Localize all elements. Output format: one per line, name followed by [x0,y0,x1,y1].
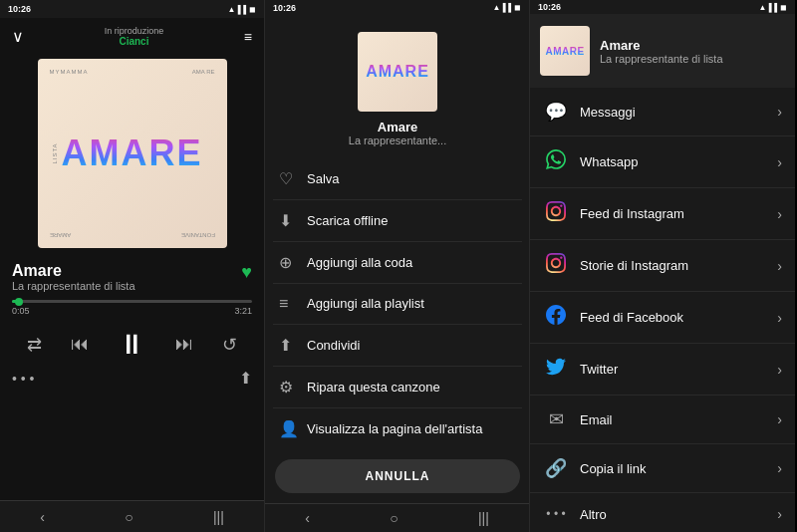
more-dots-button[interactable]: • • • [12,371,34,387]
np-header-center: In riproduzione Cianci [24,26,244,47]
messaggi-label: Messaggi [580,105,636,120]
shuffle-button[interactable]: ⇄ [27,334,42,356]
album-text-bottom-left: AMARE [50,232,71,238]
np-header: ∨ In riproduzione Cianci ≡ [12,26,252,47]
prev-button[interactable]: ⏮ [71,334,89,355]
sp-header: AMARE Amare La rappresentante di lista [530,14,795,88]
cm-item-coda[interactable]: ⊕ Aggiungi alla coda [273,242,522,284]
messaggi-icon: 💬 [544,101,568,123]
share-button-np[interactable]: ⬆ [239,369,252,388]
sp-item-messaggi[interactable]: 💬 Messaggi › [530,88,795,136]
twitter-label: Twitter [580,362,618,377]
nav-back-1[interactable]: ‹ [40,509,45,525]
track-info: Amare La rappresentante di lista ♥ [12,262,252,292]
twitter-icon [544,357,568,382]
chevron-down-icon[interactable]: ∨ [12,27,24,46]
progress-bar-fill [12,300,19,303]
cm-item-artista[interactable]: 👤 Visualizza la pagina dell'artista [273,408,522,449]
nav-home-2[interactable]: ○ [390,510,398,526]
email-icon: ✉ [544,408,568,430]
nav-menu-1[interactable]: ||| [213,509,224,525]
status-icons-3: ▲ ▌▌◼ [759,3,787,12]
nav-home-1[interactable]: ○ [125,509,133,525]
salva-label: Salva [307,171,340,186]
track-details: Amare La rappresentante di lista [12,262,135,292]
annulla-button-2[interactable]: ANNULLA [275,459,520,493]
chevron-right-storie-ig: › [777,258,782,274]
sp-track-title: Amare [600,38,786,53]
panel-now-playing: 10:26 ▲ ▌▌◼ ∨ In riproduzione Cianci ≡ M… [0,0,265,532]
now-playing-content: ∨ In riproduzione Cianci ≡ MYMAMMA AMA R… [0,18,264,500]
sp-item-left-messaggi: 💬 Messaggi [544,101,636,123]
sp-item-left-whatsapp: Whatsapp [544,149,639,174]
cm-header: AMARE Amare La rappresentante... [265,16,530,158]
coda-icon: ⊕ [279,253,307,272]
coda-label: Aggiungi alla coda [307,255,412,270]
album-text-bottom-right: FONTANIVE [181,232,215,238]
heart-icon[interactable]: ♥ [241,262,252,283]
sp-item-whatsapp[interactable]: Whatsapp › [530,136,795,188]
sp-item-storie-instagram[interactable]: Storie di Instagram › [530,240,795,292]
nav-bar-2: ‹ ○ ||| [265,503,529,532]
next-button[interactable]: ⏭ [175,334,193,355]
album-main-text: AMARE [62,133,203,174]
sp-item-feed-facebook[interactable]: Feed di Facebook › [530,292,795,344]
album-text-top-left: MYMAMMA [50,69,89,75]
link-icon: 🔗 [544,457,568,479]
status-icons-1: ▲ ▌▌◼ [228,5,256,14]
storie-instagram-label: Storie di Instagram [580,258,688,273]
time-3: 10:26 [538,2,561,12]
storie-instagram-icon [544,253,568,278]
cm-item-scarica[interactable]: ⬇ Scarica offline [273,200,522,242]
cm-item-salva[interactable]: ♡ Salva [273,158,522,200]
repeat-button[interactable]: ↺ [222,334,237,356]
chevron-right-link: › [777,460,782,476]
sp-item-left-altro: • • • Altro [544,507,607,522]
cm-track-artist: La rappresentante... [349,134,446,146]
album-text-side: LISTA [51,142,57,163]
panel-share-menu: 10:26 ▲ ▌▌◼ AMARE Amare La rappresentant… [530,0,795,532]
filter-icon[interactable]: ≡ [244,29,252,45]
context-menu-content: AMARE Amare La rappresentante... ♡ Salva… [265,16,530,503]
cm-item-ripara[interactable]: ⚙ Ripara questa canzone [273,367,522,408]
chevron-right-feed-ig: › [777,206,782,222]
sp-album-text: AMARE [545,46,584,57]
condividi-icon: ⬆ [279,336,307,355]
play-pause-button[interactable]: ⏸ [118,328,145,361]
cm-item-condividi[interactable]: ⬆ Condividi [273,325,522,367]
track-title: Amare [12,262,135,280]
sp-item-copia-link[interactable]: 🔗 Copia il link › [530,444,795,493]
playlist-icon: ≡ [279,295,307,313]
nav-back-2[interactable]: ‹ [305,510,310,526]
sp-item-altro[interactable]: • • • Altro › [530,493,795,532]
sp-item-left-email: ✉ Email [544,408,613,430]
email-label: Email [580,412,613,427]
progress-container[interactable]: 0:05 3:21 [12,300,252,316]
sp-menu-list: 💬 Messaggi › Whatsapp › [530,88,795,532]
bottom-controls: • • • ⬆ [12,369,252,388]
progress-bar-bg[interactable] [12,300,252,303]
nav-menu-2[interactable]: ||| [478,510,489,526]
altro-icon: • • • [544,507,568,521]
sp-item-left-fb: Feed di Facebook [544,305,683,330]
status-bar-2: 10:26 ▲ ▌▌◼ [265,0,529,16]
time-total: 3:21 [234,306,252,316]
chevron-right-fb: › [777,310,782,326]
in-riproduzione-label: In riproduzione [24,26,244,36]
cm-item-playlist[interactable]: ≡ Aggiungi alla playlist [273,284,522,325]
cm-track-title: Amare [378,120,417,134]
scarica-icon: ⬇ [279,211,307,230]
sp-item-email[interactable]: ✉ Email › [530,396,795,444]
condividi-label: Condividi [307,338,360,353]
sp-item-left-link: 🔗 Copia il link [544,457,646,479]
sp-album-art: AMARE [540,26,590,76]
progress-dot [15,298,23,306]
album-art-container: MYMAMMA AMA RE LISTA AMARE AMARE FONTANI… [12,59,252,248]
whatsapp-label: Whatsapp [580,154,639,169]
scarica-label: Scarica offline [307,213,388,228]
sp-item-left-twitter: Twitter [544,357,618,382]
status-bar-3: 10:26 ▲ ▌▌◼ [530,0,795,14]
sp-item-feed-instagram[interactable]: Feed di Instagram › [530,188,795,240]
sp-item-twitter[interactable]: Twitter › [530,344,795,396]
artista-icon: 👤 [279,419,307,438]
